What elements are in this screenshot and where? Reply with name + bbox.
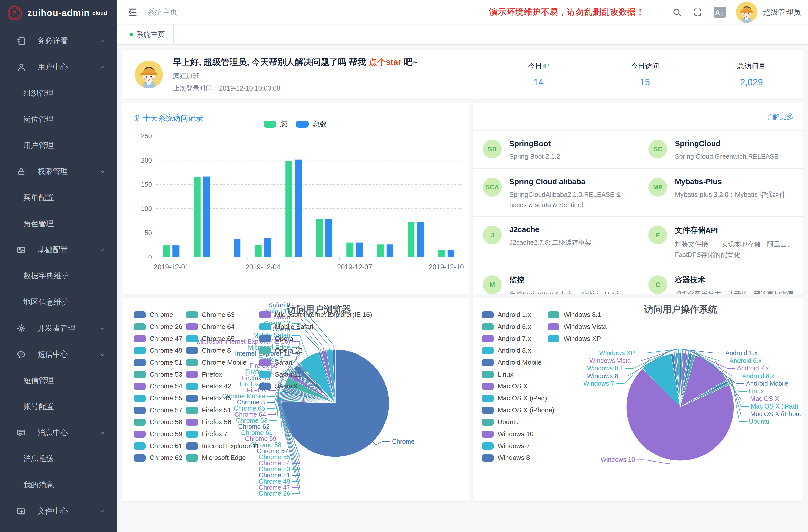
lock-icon (17, 167, 26, 176)
legend-item[interactable]: Chrome 47 (134, 333, 182, 345)
svg-text:250: 250 (141, 132, 152, 140)
sidebar-item[interactable]: 消息推送 (0, 446, 117, 472)
legend-swatch (186, 419, 198, 426)
legend-item[interactable]: Android 8.x (482, 345, 554, 356)
legend-item[interactable]: Chrome 51 (134, 356, 182, 368)
legend-item[interactable]: Chrome (134, 309, 182, 321)
sidebar-item[interactable]: 基础配置 (0, 237, 117, 263)
tech-card-title: Spring Cloud alibaba (509, 177, 629, 186)
legend-item[interactable]: Chrome 61 (134, 440, 182, 452)
legend-item[interactable]: Opera 12 (259, 345, 372, 356)
legend-item[interactable]: Windows XP (548, 333, 607, 345)
legend-item[interactable]: Chrome 62 (134, 452, 182, 464)
legend-item[interactable]: Chrome 55 (134, 392, 182, 404)
star-link[interactable]: 点个star (368, 57, 402, 67)
sidebar-item[interactable]: 数据字典维护 (0, 263, 117, 289)
legend-item[interactable]: Android 1.x (482, 309, 554, 321)
sidebar-item[interactable]: 地区信息维护 (0, 289, 117, 315)
legend-item[interactable]: Ubuntu (482, 416, 554, 428)
tech-card-desc: SpringCloudAlibaba2.1.0.RELEASE & nacos … (509, 189, 629, 210)
legend-item[interactable]: Internet Explorer 11 (186, 440, 259, 452)
legend-item[interactable]: Chrome 59 (134, 428, 182, 440)
legend-item[interactable]: Mac OS X (482, 380, 554, 392)
sidebar-item-label: 我的消息 (23, 480, 54, 490)
legend-item[interactable]: Mobile Safari (259, 321, 372, 333)
legend-item[interactable]: Microsoft Edge (186, 452, 259, 464)
legend-item[interactable]: Android 6.x (482, 321, 554, 333)
sidebar-item[interactable]: 组织管理 (0, 80, 117, 106)
legend-item[interactable]: Chrome 26 (134, 321, 182, 333)
legend-swatch (482, 347, 494, 354)
sidebar-item-label: 权限管理 (38, 166, 68, 177)
sidebar-item[interactable]: 开发者管理 (0, 315, 117, 341)
sidebar-item[interactable]: 文件中心 (0, 498, 117, 524)
legend-item[interactable]: Windows 8 (482, 452, 554, 464)
legend-swatch (259, 359, 271, 366)
sidebar-item[interactable]: 菜单配置 (0, 185, 117, 211)
legend-item[interactable]: Mac OS X (iPhone) (482, 404, 554, 416)
svg-text:Mac OS X (iPhone): Mac OS X (iPhone) (750, 410, 804, 417)
legend-item[interactable]: Chrome 54 (134, 380, 182, 392)
legend-item[interactable]: Chrome Mobile (186, 356, 259, 368)
username[interactable]: 超级管理员 (763, 7, 801, 18)
sidebar-item-label: 数据字典维护 (23, 271, 69, 281)
legend-item[interactable]: Android Mobile (482, 356, 554, 368)
legend-item[interactable]: Chrome 65 (186, 333, 259, 345)
legend-item[interactable]: Microsoft Internet Explorer(IE 16) (259, 309, 372, 321)
legend-swatch (134, 407, 146, 414)
fullscreen-icon[interactable] (693, 7, 702, 17)
legend-item[interactable]: Windows 10 (482, 428, 554, 440)
sidebar-item[interactable]: 账号配置 (0, 393, 117, 420)
user-icon (17, 62, 26, 72)
legend-swatch (482, 335, 494, 342)
legend-item[interactable]: Firefox 56 (186, 416, 259, 428)
legend-item[interactable]: Safari 11 (259, 368, 372, 380)
breadcrumb[interactable]: 系统主页 (147, 7, 178, 18)
learn-more-link[interactable]: 了解更多 (766, 112, 794, 122)
sidebar-item[interactable]: 角色管理 (0, 211, 117, 237)
sidebar-item[interactable]: 短信中心 (0, 341, 117, 367)
sidebar-item[interactable]: 用户管理 (0, 132, 117, 159)
sidebar-item[interactable]: 务必详看 (0, 28, 117, 54)
legend-item[interactable]: Firefox 51 (186, 404, 259, 416)
legend-item[interactable]: Chrome 57 (134, 404, 182, 416)
language-switch-icon[interactable]: A 文 (714, 6, 726, 18)
legend-item[interactable]: Safari 9 (259, 380, 372, 392)
legend-item[interactable]: Firefox 45 (186, 392, 259, 404)
stat-item: 今日IP 14 (517, 61, 560, 88)
legend-item[interactable]: Firefox (186, 368, 259, 380)
legend-item[interactable]: Mac OS X (iPad) (482, 392, 554, 404)
legend-item[interactable]: Chrome 8 (186, 345, 259, 356)
legend-item[interactable]: Safari (259, 356, 372, 368)
legend-swatch (134, 371, 146, 378)
legend-item[interactable]: Chrome 58 (134, 416, 182, 428)
tab-system-home[interactable]: 系统主页 (121, 24, 174, 44)
gear-icon (17, 324, 26, 333)
legend-swatch (134, 335, 146, 342)
user-avatar[interactable] (736, 1, 757, 23)
legend-item[interactable]: Chrome 49 (134, 345, 182, 356)
os-pie-title: 访问用户操作系统 (644, 303, 717, 316)
sidebar-item[interactable]: 用户中心 (0, 54, 117, 80)
legend-item[interactable]: Chrome 53 (134, 368, 182, 380)
sidebar-item[interactable]: 岗位管理 (0, 106, 117, 132)
legend-item[interactable]: Windows Vista (548, 321, 607, 333)
legend-item[interactable]: Chrome 63 (186, 309, 259, 321)
sidebar-item[interactable]: 权限管理 (0, 159, 117, 185)
sidebar-item-label: 务必详看 (38, 36, 68, 46)
legend-item[interactable]: Windows 8.1 (548, 309, 607, 321)
legend-item[interactable]: Opera (259, 333, 372, 345)
legend-item[interactable]: Firefox 7 (186, 428, 259, 440)
svg-text:2019-12-04: 2019-12-04 (245, 263, 280, 271)
legend-item[interactable]: Android 7.x (482, 333, 554, 345)
sidebar-item[interactable]: 我的消息 (0, 472, 117, 498)
legend-item[interactable]: Chrome 64 (186, 321, 259, 333)
sidebar-item[interactable]: 消息中心 (0, 420, 117, 446)
legend-swatch (186, 311, 198, 318)
search-icon[interactable] (672, 7, 682, 17)
menu-fold-icon[interactable] (127, 7, 138, 18)
legend-item[interactable]: Linux (482, 368, 554, 380)
legend-item[interactable]: Windows 7 (482, 440, 554, 452)
sidebar-item[interactable]: 短信管理 (0, 367, 117, 393)
legend-item[interactable]: Firefox 42 (186, 380, 259, 392)
